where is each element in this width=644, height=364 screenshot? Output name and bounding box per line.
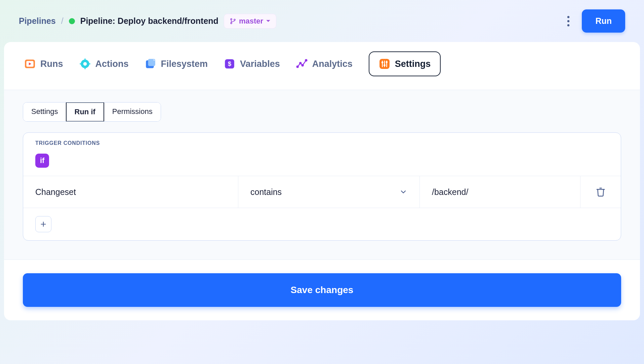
svg-point-1 xyxy=(231,22,232,24)
svg-point-2 xyxy=(234,19,235,20)
svg-point-18 xyxy=(296,66,298,68)
svg-point-26 xyxy=(381,62,384,64)
condition-value[interactable]: /backend/ xyxy=(420,176,580,208)
condition-operator-value: contains xyxy=(250,187,282,197)
sub-tab-run-if[interactable]: Run if xyxy=(66,102,104,122)
tab-analytics-label: Analytics xyxy=(312,59,353,69)
plus-icon xyxy=(40,220,47,228)
chevron-down-icon xyxy=(399,188,407,196)
more-options-button[interactable] xyxy=(560,13,576,29)
breadcrumb-separator: / xyxy=(61,16,64,26)
svg-point-19 xyxy=(299,62,301,64)
condition-field[interactable]: Changeset xyxy=(23,176,238,208)
delete-condition-button[interactable] xyxy=(596,187,606,197)
settings-icon xyxy=(379,58,390,70)
svg-point-5 xyxy=(567,24,569,26)
settings-content: Settings Run if Permissions Trigger Cond… xyxy=(4,90,640,259)
variables-icon: $ xyxy=(224,58,235,70)
tab-filesystem[interactable]: Filesystem xyxy=(145,58,208,70)
actions-icon xyxy=(79,58,91,70)
footer-bar: Save changes xyxy=(4,259,640,320)
sub-tab-permissions[interactable]: Permissions xyxy=(104,103,161,121)
svg-point-0 xyxy=(231,18,232,20)
svg-point-9 xyxy=(83,62,87,66)
branch-name: master xyxy=(239,17,263,26)
tab-settings-label: Settings xyxy=(395,59,431,69)
tab-filesystem-label: Filesystem xyxy=(161,59,208,69)
status-indicator xyxy=(69,18,75,24)
svg-point-28 xyxy=(386,61,388,63)
add-condition-row xyxy=(23,208,621,240)
svg-text:$: $ xyxy=(228,60,231,67)
tab-runs[interactable]: Runs xyxy=(24,58,63,70)
tab-actions[interactable]: Actions xyxy=(79,58,129,70)
trigger-conditions-panel: Trigger Conditions if Changeset contains… xyxy=(23,132,621,241)
svg-rect-10 xyxy=(84,58,85,60)
filesystem-icon xyxy=(145,58,156,70)
condition-operator-select[interactable]: contains xyxy=(238,176,420,208)
svg-rect-12 xyxy=(80,63,81,64)
runs-icon xyxy=(24,58,36,70)
trash-icon xyxy=(596,187,606,197)
main-card: Runs Actions Filesystem $ Variables Anal… xyxy=(4,42,640,320)
svg-rect-13 xyxy=(88,63,90,64)
add-condition-button[interactable] xyxy=(35,216,51,232)
tab-runs-label: Runs xyxy=(40,59,63,69)
condition-row: Changeset contains /backend/ xyxy=(23,176,621,208)
if-badge: if xyxy=(35,154,49,168)
svg-point-27 xyxy=(384,64,386,66)
svg-point-4 xyxy=(567,20,569,22)
main-tabs: Runs Actions Filesystem $ Variables Anal… xyxy=(4,42,640,90)
page-header: Pipelines / Pipeline: Deploy backend/fro… xyxy=(0,0,644,42)
git-branch-icon xyxy=(230,18,236,25)
tab-variables[interactable]: $ Variables xyxy=(224,58,280,70)
caret-down-icon xyxy=(266,19,271,24)
pipeline-title: Pipeline: Deploy backend/frontend xyxy=(80,16,218,26)
kebab-icon xyxy=(567,16,570,27)
panel-title: Trigger Conditions xyxy=(23,133,621,151)
branch-selector[interactable]: master xyxy=(224,14,276,29)
svg-point-20 xyxy=(301,64,304,67)
svg-point-3 xyxy=(567,16,569,18)
svg-rect-11 xyxy=(84,68,85,69)
svg-point-21 xyxy=(305,59,307,62)
sub-tab-settings[interactable]: Settings xyxy=(23,103,66,121)
analytics-icon xyxy=(296,58,308,70)
condition-actions xyxy=(580,176,621,208)
run-button[interactable]: Run xyxy=(582,9,625,33)
tab-actions-label: Actions xyxy=(95,59,129,69)
save-changes-button[interactable]: Save changes xyxy=(23,273,621,307)
tab-variables-label: Variables xyxy=(240,59,280,69)
tab-analytics[interactable]: Analytics xyxy=(296,58,353,70)
sub-tabs: Settings Run if Permissions xyxy=(23,102,161,122)
if-row: if xyxy=(23,151,621,176)
breadcrumb-pipelines[interactable]: Pipelines xyxy=(19,16,56,26)
tab-settings[interactable]: Settings xyxy=(369,51,441,76)
